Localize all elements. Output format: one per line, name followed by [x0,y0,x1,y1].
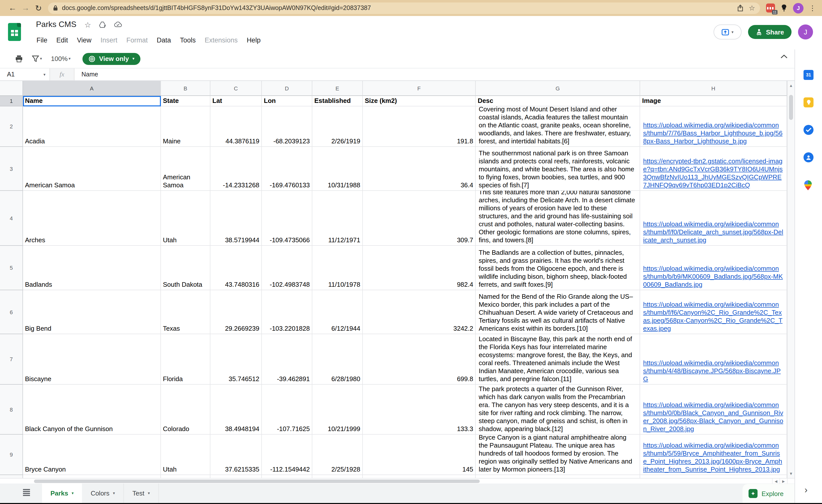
cell-state[interactable]: Florida [161,334,211,385]
sheet-tab-test[interactable]: Test▾ [124,484,159,503]
cell-lat[interactable]: 38.4948194 [211,385,262,435]
cell-name[interactable]: Arches [23,191,161,246]
menu-view[interactable]: View [72,35,96,45]
cell-established[interactable]: 2/26/1919 [312,106,363,147]
google-contacts-icon[interactable] [804,152,814,162]
row-header-3[interactable]: 3 [0,147,23,191]
header-cell-image[interactable]: Image [640,96,787,106]
cell-image[interactable]: https://upload.wikimedia.org/wikipedia/c… [640,385,787,435]
row-header-5[interactable]: 5 [0,246,23,290]
cell-lat[interactable]: 38.5719944 [211,191,262,246]
cell-state[interactable]: Texas [161,290,211,334]
cell-name[interactable]: Big Bend [23,290,161,334]
cell-established[interactable]: 10/31/1988 [312,147,363,191]
browser-profile-avatar[interactable]: J [793,3,804,13]
sheets-logo-icon[interactable] [8,23,21,41]
document-title[interactable]: Parks CMS [36,20,76,29]
cell-state[interactable]: American Samoa [161,147,211,191]
cell-empty[interactable] [476,475,640,478]
header-cell-desc[interactable]: Desc [476,96,640,106]
cell-lat[interactable]: 35.746512 [211,334,262,385]
browser-forward-icon[interactable]: → [19,3,32,12]
column-header-E[interactable]: E [312,81,363,96]
cell-size[interactable]: 309.7 [363,191,476,246]
cell-desc[interactable]: Bryce Canyon is a giant natural amphithe… [476,435,640,475]
google-keep-icon[interactable] [804,97,814,107]
cell-image[interactable]: https://upload.wikimedia.org/wikipedia/c… [640,290,787,334]
cell-name[interactable]: Bryce Canyon [23,435,161,475]
row-header-7[interactable]: 7 [0,334,23,385]
cell-empty[interactable] [211,475,262,478]
sheet-tab-colors[interactable]: Colors▾ [82,484,124,503]
column-header-B[interactable]: B [161,81,211,96]
cell-name[interactable]: Biscayne [23,334,161,385]
cell-image[interactable]: https://upload.wikimedia.org/wikipedia/c… [640,191,787,246]
print-icon[interactable] [15,55,23,62]
page-share-icon[interactable] [737,4,744,11]
scroll-left-icon[interactable]: ◀ [772,479,780,484]
cell-established[interactable]: 2/25/1928 [312,435,363,475]
cell-empty[interactable] [312,475,363,478]
share-button[interactable]: Share [748,25,792,39]
menu-file[interactable]: File [32,35,52,45]
row-header-4[interactable]: 4 [0,191,23,246]
cell-state[interactable]: Maine [161,106,211,147]
header-cell-state[interactable]: State [161,96,211,106]
address-bar[interactable]: docs.google.com/spreadsheets/d/1gjttBIT4… [48,2,760,14]
cell-empty[interactable] [161,475,211,478]
cell-established[interactable]: 11/10/1978 [312,246,363,290]
cell-size[interactable]: 699.8 [363,334,476,385]
cell-state[interactable]: Colorado [161,385,211,435]
cell-lon[interactable]: -169.4760133 [262,147,312,191]
collapse-toolbar-icon[interactable] [781,54,788,58]
create-filter-icon[interactable]: ▾ [32,55,42,62]
extensions-pin-icon[interactable] [781,4,788,12]
header-cell-size-km2-[interactable]: Size (km2) [363,96,476,106]
cell-image[interactable]: https://upload.wikimedia.org/wikipedia/c… [640,334,787,385]
row-header-9[interactable]: 9 [0,435,23,475]
cell-established[interactable]: 6/28/1980 [312,334,363,385]
header-cell-established[interactable]: Established [312,96,363,106]
browser-menu-icon[interactable]: ⋮ [809,4,816,12]
menu-help[interactable]: Help [242,35,265,45]
cell-name[interactable]: American Samoa [23,147,161,191]
header-cell-lat[interactable]: Lat [211,96,262,106]
cell-state[interactable]: South Dakota [161,246,211,290]
cell-size[interactable]: 3242.2 [363,290,476,334]
column-header-F[interactable]: F [363,81,476,96]
cell-desc[interactable]: The park protects a quarter of the Gunni… [476,385,640,435]
cell-desc[interactable]: Covering most of Mount Desert Island and… [476,106,640,147]
cell-size[interactable]: 36.4 [363,147,476,191]
cell-name[interactable]: Badlands [23,246,161,290]
tab-menu-caret-icon[interactable]: ▾ [113,491,115,496]
tab-menu-caret-icon[interactable]: ▾ [72,491,74,496]
sheet-tab-parks[interactable]: Parks▾ [42,484,82,503]
cell-established[interactable]: 6/12/1944 [312,290,363,334]
cell-lat[interactable]: 29.2669239 [211,290,262,334]
menu-tools[interactable]: Tools [175,35,200,45]
cell-state[interactable]: Utah [161,191,211,246]
google-maps-icon[interactable] [804,180,814,190]
row-header-10[interactable] [0,475,23,478]
add-to-drive-icon[interactable] [99,21,106,28]
cell-lat[interactable]: -14.2331268 [211,147,262,191]
column-header-D[interactable]: D [262,81,312,96]
column-header-G[interactable]: G [476,81,640,96]
horizontal-scrollbar[interactable]: ◀ ▶ [0,478,795,484]
browser-back-icon[interactable]: ← [6,3,19,12]
cell-lat[interactable]: 44.3876119 [211,106,262,147]
cell-image[interactable]: https://upload.wikimedia.org/wikipedia/c… [640,106,787,147]
cell-lat[interactable]: 37.6215335 [211,435,262,475]
cell-empty[interactable] [640,475,787,478]
cell-lat[interactable]: 43.7480316 [211,246,262,290]
cell-lon[interactable]: -112.1549442 [262,435,312,475]
account-avatar[interactable]: J [798,24,813,39]
cell-size[interactable]: 145 [363,435,476,475]
extension-icon[interactable]: 11 [766,3,775,12]
horizontal-scroll-thumb[interactable] [34,480,480,483]
formula-input[interactable]: Name [74,68,795,80]
column-header-H[interactable]: H [640,81,787,96]
cell-lon[interactable]: -39.462891 [262,334,312,385]
tab-menu-caret-icon[interactable]: ▾ [148,491,150,496]
cell-state[interactable]: Utah [161,435,211,475]
